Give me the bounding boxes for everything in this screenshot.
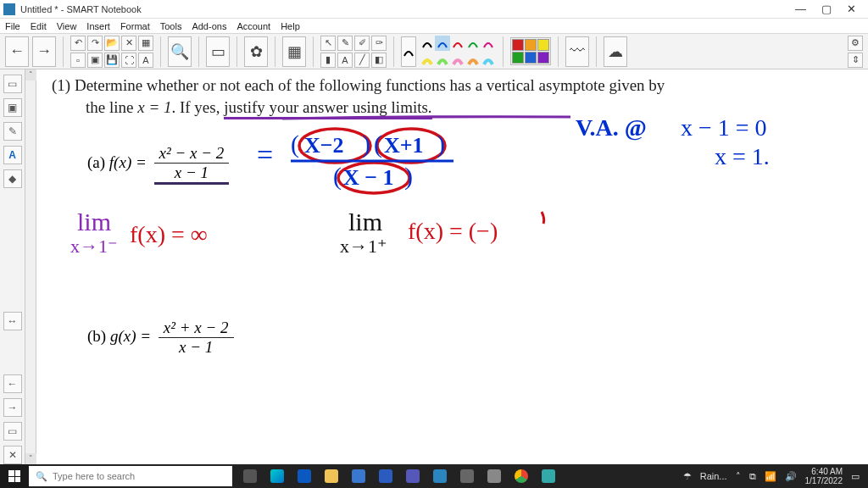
pen-preview[interactable] — [401, 36, 416, 67]
hl-green[interactable] — [435, 53, 450, 68]
close-button[interactable]: ✕ — [847, 3, 856, 15]
pen-tool-3[interactable]: ✑ — [371, 36, 387, 51]
svg-text:X+1: X+1 — [384, 133, 424, 158]
side-text[interactable]: A — [3, 146, 22, 164]
tray-up-icon[interactable]: ˄ — [736, 471, 741, 482]
app-misc3[interactable] — [536, 464, 561, 488]
paste-button[interactable]: ▣ — [87, 53, 103, 68]
app-smart[interactable] — [427, 464, 453, 488]
pen-color-teal[interactable] — [481, 36, 496, 51]
textA-button[interactable]: A — [138, 53, 153, 68]
menu-view[interactable]: View — [57, 21, 77, 31]
justify-text: justify your answer using limits. — [224, 98, 431, 119]
side-pen[interactable]: ✎ — [3, 122, 22, 141]
taskbar-search[interactable]: 🔍 Type here to search — [29, 466, 232, 486]
taskbar-clock[interactable]: 6:40 AM 1/17/2022 — [805, 467, 843, 485]
app-store[interactable] — [346, 464, 371, 488]
side-frame[interactable]: ▣ — [3, 98, 22, 117]
screen-button[interactable]: ⛶ — [121, 53, 136, 68]
start-button[interactable] — [0, 464, 29, 488]
expand-button[interactable]: ⇕ — [848, 53, 863, 68]
pen-color-red[interactable] — [450, 36, 465, 51]
menu-file[interactable]: File — [5, 21, 20, 31]
delete-button[interactable]: ✕ — [121, 36, 136, 51]
settings-button[interactable]: ⚙ — [848, 36, 863, 51]
save-button[interactable]: 💾 — [104, 53, 120, 68]
undo-button[interactable]: ↶ — [70, 36, 86, 51]
scroll-up-icon[interactable]: ˄ — [25, 69, 36, 80]
title-bar: Untitled * - SMART Notebook — ▢ ✕ — [0, 0, 868, 19]
line-style-button[interactable]: 〰 — [565, 36, 589, 67]
minimize-button[interactable]: — — [795, 3, 806, 15]
weather-icon[interactable]: ☂ — [683, 471, 692, 482]
pen-color-green[interactable] — [465, 36, 481, 51]
divider — [313, 36, 314, 67]
tray-network-icon[interactable]: ⧉ — [749, 471, 756, 482]
addon-button[interactable]: ✿ — [244, 36, 268, 67]
side-page[interactable]: ▭ — [3, 75, 22, 93]
zoom-button[interactable]: 🔍 — [168, 36, 192, 67]
side-next[interactable]: → — [3, 398, 22, 417]
fa-denominator: x − 1 — [154, 164, 230, 185]
cloud-button[interactable]: ☁ — [604, 36, 627, 67]
text-tool[interactable]: A — [337, 53, 353, 68]
svg-text:X−2: X−2 — [304, 133, 344, 158]
pen-tool-2[interactable]: ✐ — [354, 36, 370, 51]
menu-addons[interactable]: Add-ons — [192, 21, 226, 31]
side-move[interactable]: ↔ — [3, 312, 22, 330]
task-view[interactable] — [237, 464, 263, 488]
vertical-scrollbar[interactable]: ˄ ˅ — [25, 69, 36, 464]
menu-edit[interactable]: Edit — [31, 21, 47, 31]
hl-yellow[interactable] — [420, 53, 435, 68]
ruler-tool[interactable]: ▮ — [320, 53, 336, 68]
menu-format[interactable]: Format — [120, 21, 150, 31]
hl-pink[interactable] — [450, 53, 465, 68]
open-button[interactable]: 📂 — [104, 36, 120, 51]
tray-volume-icon[interactable]: 🔊 — [785, 471, 797, 482]
scroll-down-icon[interactable]: ˅ — [25, 453, 36, 464]
table-button[interactable]: ▦ — [138, 36, 153, 51]
svg-text:x→1⁻: x→1⁻ — [70, 236, 118, 257]
svg-text:f(x) = (−): f(x) = (−) — [408, 218, 498, 244]
menu-help[interactable]: Help — [281, 21, 300, 31]
app-teams[interactable] — [400, 464, 426, 488]
part-b: (b) g(x) = x² + x − 2 x − 1 — [87, 319, 237, 357]
app-chrome[interactable] — [509, 464, 534, 488]
eraser-tool[interactable]: ◧ — [371, 53, 387, 68]
pen-color-blue[interactable] — [435, 36, 450, 51]
capture-button[interactable]: ▭ — [206, 36, 230, 67]
new-page-button[interactable]: ▫ — [70, 53, 86, 68]
svg-text:(: ( — [291, 130, 299, 158]
app-edge[interactable] — [264, 464, 290, 488]
app-word[interactable] — [373, 464, 398, 488]
tray-wifi-icon[interactable]: 📶 — [765, 471, 776, 482]
color-palette[interactable] — [510, 37, 551, 65]
tray-notifications-icon[interactable]: ▭ — [851, 471, 860, 482]
app-explorer[interactable] — [319, 464, 344, 488]
svg-text:x→1⁺: x→1⁺ — [340, 236, 387, 257]
hl-cyan[interactable] — [481, 53, 496, 68]
restore-button[interactable]: ▢ — [821, 3, 832, 15]
pen-color-black[interactable] — [420, 36, 435, 51]
menu-insert[interactable]: Insert — [86, 21, 110, 31]
nav-back-button[interactable]: ← — [5, 36, 29, 67]
nav-forward-button[interactable]: → — [32, 36, 56, 67]
menu-account[interactable]: Account — [236, 21, 270, 31]
side-dup[interactable]: ▭ — [3, 422, 22, 441]
side-prev[interactable]: ← — [3, 374, 22, 393]
problem-line2b: . If yes, — [171, 98, 224, 116]
grid-button[interactable]: ▦ — [282, 36, 306, 67]
weather-text[interactable]: Rain... — [700, 471, 727, 481]
hl-orange[interactable] — [465, 53, 481, 68]
line-tool[interactable]: ╱ — [354, 53, 370, 68]
side-shape[interactable]: ◆ — [3, 169, 22, 188]
app-outlook[interactable] — [292, 464, 317, 488]
pointer-tool[interactable]: ↖ — [320, 36, 336, 51]
app-misc1[interactable] — [454, 464, 480, 488]
canvas[interactable]: (1) Determine whether or not each of the… — [36, 69, 868, 464]
menu-tools[interactable]: Tools — [160, 21, 182, 31]
side-del[interactable]: ✕ — [3, 446, 22, 464]
pen-tool-1[interactable]: ✎ — [337, 36, 353, 51]
app-misc2[interactable] — [481, 464, 507, 488]
redo-button[interactable]: ↷ — [87, 36, 103, 51]
